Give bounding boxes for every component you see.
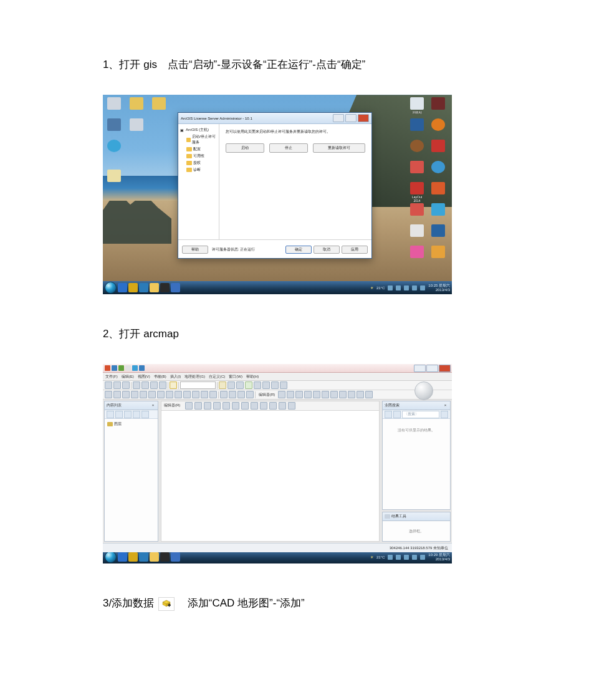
desktop-icon[interactable] — [429, 118, 447, 132]
desktop-icon[interactable] — [105, 97, 123, 110]
dialog-titlebar[interactable]: ArcGIS License Server Administrator - 10… — [178, 113, 371, 124]
toolbar-button[interactable] — [192, 391, 199, 398]
toolbar-button[interactable] — [262, 381, 270, 389]
toolbar-button[interactable] — [254, 381, 261, 389]
close-button[interactable] — [439, 365, 451, 372]
toolbar-button[interactable] — [122, 391, 130, 398]
search-go[interactable] — [441, 411, 448, 418]
toolbar-button[interactable] — [288, 402, 295, 410]
toolbar-button[interactable] — [131, 391, 138, 398]
toolbar-button[interactable] — [105, 381, 112, 389]
toc-tab[interactable] — [133, 411, 140, 418]
tray-icon[interactable] — [420, 555, 425, 560]
stop-button[interactable]: 停止 — [269, 143, 308, 153]
toolbar-button[interactable] — [313, 391, 320, 398]
menu-item[interactable]: 视图(V) — [138, 374, 150, 380]
toc-tab[interactable] — [115, 411, 123, 418]
toolbar-button[interactable] — [322, 391, 329, 398]
desktop-icon[interactable] — [408, 118, 426, 132]
toolbar-button[interactable] — [148, 391, 156, 398]
tray-icon[interactable] — [396, 285, 401, 290]
map-canvas[interactable] — [161, 410, 380, 542]
desktop-icon-trash[interactable]: 回收站 — [408, 97, 426, 114]
menu-item[interactable]: 插入(I) — [170, 374, 181, 380]
tray-icon[interactable] — [412, 555, 417, 560]
toolbar-button[interactable] — [245, 381, 252, 389]
tree-item[interactable]: 启动/停止许可服务 — [180, 133, 217, 146]
menu-item[interactable]: 自定义(C) — [209, 374, 225, 380]
pane-close-icon[interactable]: × — [443, 403, 448, 408]
toolbar-button[interactable] — [204, 402, 211, 410]
pane-close-icon[interactable]: × — [150, 403, 156, 408]
tray-icon[interactable] — [388, 555, 393, 560]
tree-item[interactable]: 诊断 — [180, 166, 217, 173]
tree-item[interactable]: 可用性 — [180, 153, 217, 160]
menu-item[interactable]: 地理处理(G) — [184, 374, 205, 380]
toolbar-button[interactable] — [241, 402, 249, 410]
reread-button[interactable]: 重新读取许可 — [313, 143, 365, 153]
start-button[interactable]: 启动 — [226, 143, 264, 153]
tray-icon[interactable] — [412, 285, 417, 290]
maximize-button[interactable] — [426, 365, 438, 372]
toolbar-button[interactable] — [133, 381, 140, 389]
toolbar-button[interactable] — [229, 391, 236, 398]
tray-icon[interactable] — [404, 285, 409, 290]
toolbar-button[interactable] — [220, 391, 227, 398]
desktop-icon[interactable] — [408, 224, 426, 237]
toolbar-button[interactable] — [330, 391, 338, 398]
tree-item[interactable]: 授权 — [180, 160, 217, 166]
desktop-icon[interactable] — [429, 140, 447, 153]
close-button[interactable] — [358, 114, 369, 122]
toolbar-button[interactable] — [280, 381, 287, 389]
taskbar-icon[interactable] — [128, 283, 138, 292]
toolbar-button[interactable] — [166, 391, 173, 398]
toolbar-button[interactable] — [141, 381, 149, 389]
toolbar-button[interactable] — [269, 402, 277, 410]
menu-item[interactable]: 文件(F) — [105, 374, 118, 380]
taskbar-icon[interactable] — [139, 552, 148, 562]
toc-root[interactable]: 图层 — [107, 421, 155, 428]
toolbar-button[interactable] — [113, 381, 121, 389]
cancel-button[interactable]: 取消 — [314, 246, 340, 254]
toolbar-button[interactable] — [246, 391, 254, 398]
desktop-icon[interactable] — [429, 182, 447, 195]
toolbar-button[interactable] — [140, 391, 147, 398]
toolbar-button[interactable] — [251, 402, 258, 410]
tree-root[interactable]: ▣ ArcGIS (主机) — [180, 127, 217, 133]
toolbar-button[interactable] — [150, 381, 158, 389]
toolbar-button[interactable] — [278, 391, 285, 398]
toolbar-button[interactable] — [209, 391, 217, 398]
desktop-icon[interactable] — [150, 97, 168, 110]
minimize-button[interactable] — [333, 114, 344, 122]
desktop-icon-layout[interactable]: LayOut 2014 — [408, 182, 426, 203]
toolbar-button[interactable] — [175, 391, 182, 398]
start-button[interactable] — [105, 282, 117, 294]
desktop-icon[interactable] — [408, 203, 426, 216]
desktop-icon[interactable] — [128, 97, 145, 110]
menu-item[interactable]: 书签(B) — [154, 374, 166, 380]
desktop-icon[interactable] — [429, 97, 447, 110]
desktop-icon[interactable] — [105, 140, 123, 153]
help-button[interactable]: 帮助 — [182, 246, 208, 254]
toolbar-button[interactable] — [183, 391, 191, 398]
taskbar-icon[interactable] — [118, 283, 127, 292]
toolbar-button[interactable] — [271, 381, 279, 389]
desktop-icon[interactable] — [429, 203, 447, 216]
toolbar-button[interactable] — [348, 391, 355, 398]
toolbar-button[interactable] — [357, 391, 364, 398]
toolbar-button[interactable] — [295, 391, 303, 398]
desktop-icon[interactable] — [408, 161, 426, 174]
search-tab[interactable] — [385, 411, 392, 418]
taskbar-icon[interactable] — [150, 552, 159, 562]
menu-item[interactable]: 帮助(H) — [246, 374, 259, 380]
taskbar-icon[interactable] — [128, 552, 138, 562]
toolbar-button[interactable] — [339, 391, 347, 398]
start-button[interactable] — [105, 551, 117, 563]
taskbar-icon[interactable] — [171, 283, 180, 292]
desktop-icon[interactable] — [105, 118, 123, 132]
taskbar-icon[interactable] — [160, 552, 170, 562]
toolbar-button[interactable] — [223, 402, 230, 410]
taskbar-icon[interactable] — [118, 552, 127, 562]
toc-tab[interactable] — [141, 411, 149, 418]
taskbar-clock[interactable]: 10:25 星期六 2013/4/3 — [428, 284, 450, 292]
